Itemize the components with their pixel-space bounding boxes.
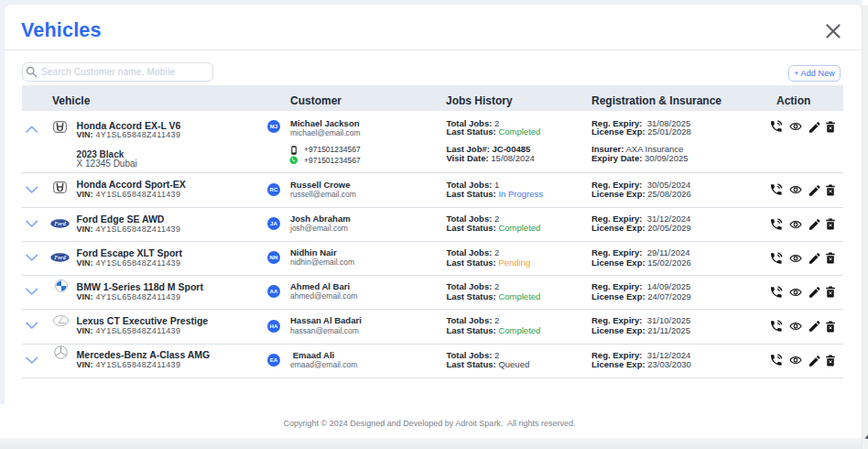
svg-text:Ford: Ford [54,255,66,260]
svg-text:Ford: Ford [54,221,66,226]
